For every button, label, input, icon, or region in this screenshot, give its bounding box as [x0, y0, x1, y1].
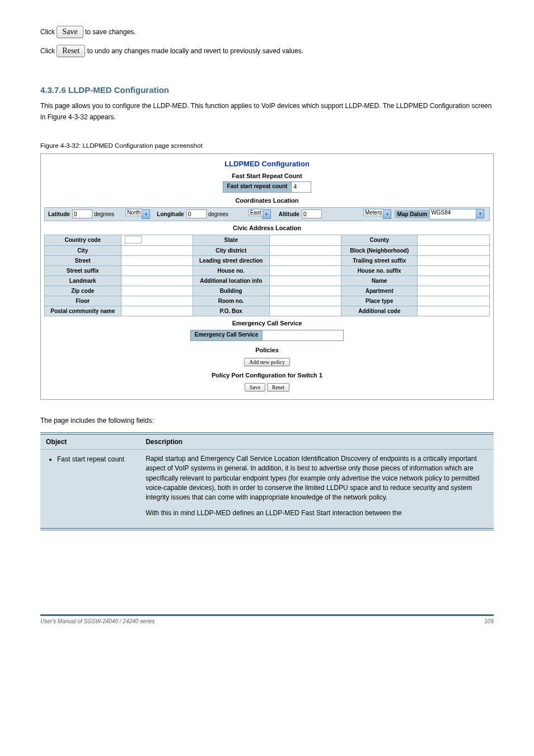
degrees-text: degrees	[208, 211, 249, 217]
civic-input[interactable]	[269, 265, 341, 276]
text-fragment: to save changes.	[85, 28, 136, 36]
civic-address-table: Country code State County City City dist…	[44, 235, 490, 316]
degrees-text: degrees	[93, 211, 125, 217]
civic-label: P.O. Box	[193, 306, 269, 316]
latitude-direction-select[interactable]: North	[125, 209, 142, 216]
text-fragment: Click	[40, 28, 57, 36]
civic-input[interactable]	[418, 265, 490, 276]
civic-input[interactable]	[418, 276, 490, 286]
fast-start-input[interactable]	[292, 181, 311, 193]
altitude-label: Altitude	[277, 210, 302, 218]
text-fragment: to undo any changes made locally and rev…	[87, 47, 303, 55]
reset-button-image: Reset	[57, 45, 85, 57]
section-text: This page allows you to configure the LL…	[40, 100, 494, 123]
map-datum-select[interactable]: WGS84	[429, 209, 476, 220]
table-description-cell: Rapid startup and Emergency Call Service…	[140, 449, 494, 529]
screenshot-figure: LLDPMED Configuration Fast Start Repeat …	[40, 153, 494, 400]
coordinates-row: Latitude degrees North▾ Longitude degree…	[44, 207, 490, 221]
desc-intro: The page includes the following fields:	[40, 417, 494, 424]
longitude-label: Longitude	[154, 210, 186, 218]
civic-input[interactable]	[121, 306, 193, 316]
policy-port-heading: Policy Port Configuration for Switch 1	[44, 368, 490, 381]
civic-input[interactable]	[121, 265, 193, 276]
civic-input[interactable]	[121, 235, 193, 245]
civic-label: Additional code	[341, 306, 418, 316]
text-fragment: Click	[40, 47, 57, 55]
civic-label: Building	[193, 286, 269, 296]
civic-label: City	[45, 245, 121, 255]
civic-label: Country code	[45, 235, 121, 245]
longitude-direction-select[interactable]: East	[249, 209, 263, 216]
civic-label: Apartment	[341, 286, 418, 296]
civic-input[interactable]	[121, 286, 193, 296]
civic-input[interactable]	[269, 276, 341, 286]
policies-heading: Policies	[44, 343, 490, 356]
chevron-down-icon[interactable]: ▾	[263, 209, 271, 219]
civic-input[interactable]	[269, 235, 341, 245]
altitude-input[interactable]	[302, 209, 322, 218]
civic-label: Floor	[45, 296, 121, 306]
save-button[interactable]: Save	[245, 383, 265, 391]
latitude-input[interactable]	[72, 209, 92, 218]
footer-page-number: 105	[484, 618, 494, 624]
civic-label: Street	[45, 255, 121, 265]
civic-label: Leading street direction	[193, 255, 269, 265]
civic-input[interactable]	[269, 306, 341, 316]
chevron-down-icon[interactable]: ▾	[142, 209, 150, 219]
page-footer: User's Manual of SGSW-24040 / 24240 seri…	[40, 614, 494, 624]
civic-input[interactable]	[418, 235, 490, 245]
civic-label: House no. suffix	[341, 265, 418, 276]
civic-heading: Civic Address Location	[44, 221, 490, 234]
civic-input[interactable]	[269, 255, 341, 265]
civic-label: Name	[341, 276, 418, 286]
ecs-heading: Emergency Call Service	[44, 316, 490, 329]
chevron-down-icon[interactable]: ▾	[383, 209, 391, 219]
civic-label: Postal community name	[45, 306, 121, 316]
altitude-unit-select[interactable]: Meters	[363, 209, 384, 216]
civic-label: Place type	[341, 296, 418, 306]
table-object-cell: Fast start repeat count	[40, 449, 140, 529]
civic-input[interactable]	[418, 255, 490, 265]
civic-label: County	[341, 235, 418, 245]
civic-label: City district	[193, 245, 269, 255]
description-paragraph: With this in mind LLDP-MED defines an LL…	[146, 508, 488, 518]
footer-left: User's Manual of SGSW-24040 / 24240 seri…	[40, 618, 155, 624]
save-instruction: Click Save to save changes.	[40, 26, 494, 38]
civic-label: State	[193, 235, 269, 245]
civic-label: Block (Neighborhood)	[341, 245, 418, 255]
ecs-label: Emergency Call Service	[190, 330, 263, 341]
fast-start-label: Fast start repeat count	[223, 181, 292, 193]
civic-input[interactable]	[418, 245, 490, 255]
section-heading: 4.3.7.6 LLDP-MED Configuration	[40, 85, 494, 95]
ecs-input[interactable]	[263, 330, 344, 341]
civic-label: Room no.	[193, 296, 269, 306]
latitude-label: Latitude	[46, 210, 72, 218]
description-paragraph: Rapid startup and Emergency Call Service…	[146, 454, 488, 503]
figure-caption: Figure 4-3-32: LLDPMED Configuration pag…	[40, 142, 494, 149]
reset-button[interactable]: Reset	[267, 383, 289, 391]
config-title: LLDPMED Configuration	[44, 157, 490, 169]
civic-label: Street suffix	[45, 265, 121, 276]
civic-input[interactable]	[269, 286, 341, 296]
civic-input[interactable]	[418, 296, 490, 306]
civic-input[interactable]	[121, 296, 193, 306]
civic-label: Zip code	[45, 286, 121, 296]
civic-input[interactable]	[269, 296, 341, 306]
add-new-policy-button[interactable]: Add new policy	[244, 358, 290, 366]
description-table: Object Description Fast start repeat cou…	[40, 432, 494, 530]
civic-label: House no.	[193, 265, 269, 276]
civic-input[interactable]	[121, 245, 193, 255]
chevron-down-icon[interactable]: ▾	[476, 209, 484, 218]
civic-input[interactable]	[418, 286, 490, 296]
civic-input[interactable]	[121, 255, 193, 265]
longitude-input[interactable]	[186, 209, 207, 218]
fast-start-heading: Fast Start Repeat Count	[44, 169, 490, 181]
civic-input[interactable]	[121, 276, 193, 286]
civic-label: Additional location info	[193, 276, 269, 286]
civic-label: Trailing street suffix	[341, 255, 418, 265]
save-button-image: Save	[57, 26, 83, 38]
civic-label: Landmark	[45, 276, 121, 286]
civic-input[interactable]	[418, 306, 490, 316]
civic-input[interactable]	[269, 245, 341, 255]
coordinates-heading: Coordinates Location	[44, 194, 490, 206]
